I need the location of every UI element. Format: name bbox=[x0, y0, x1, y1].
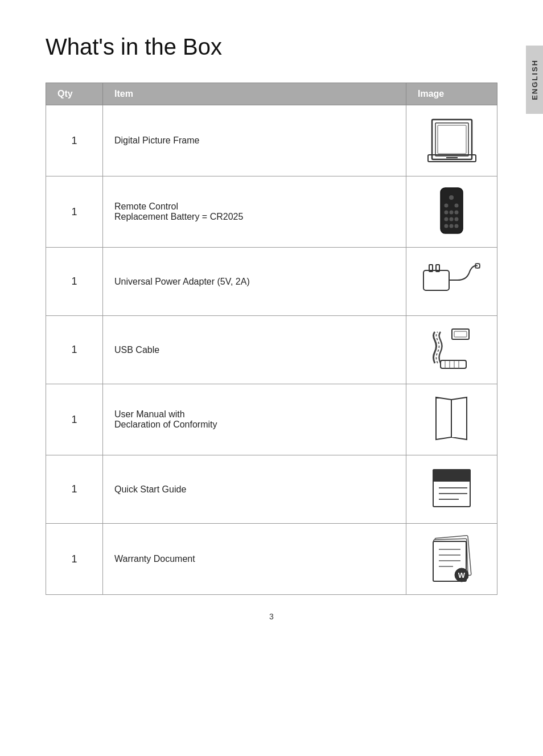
qty-cell: 1 bbox=[46, 455, 103, 524]
table-row: 1User Manual withDeclaration of Conformi… bbox=[46, 384, 497, 455]
qty-cell: 1 bbox=[46, 524, 103, 595]
svg-rect-2 bbox=[438, 125, 466, 154]
item-text: USB Cable bbox=[114, 345, 159, 355]
item-text: Remote Control bbox=[114, 202, 178, 211]
svg-point-9 bbox=[445, 211, 449, 215]
svg-point-7 bbox=[445, 204, 449, 208]
svg-rect-1 bbox=[435, 123, 468, 156]
remote-icon bbox=[436, 228, 467, 238]
svg-point-16 bbox=[450, 224, 454, 228]
image-cell bbox=[406, 176, 497, 248]
item-cell: Remote ControlReplacement Battery = CR20… bbox=[103, 176, 406, 248]
box-table: Qty Item Image 1Digital Picture Frame 1R… bbox=[46, 83, 497, 595]
usb-icon bbox=[423, 364, 480, 373]
qty-cell: 1 bbox=[46, 176, 103, 248]
manual-icon bbox=[430, 436, 473, 446]
header-item: Item bbox=[103, 83, 406, 105]
qty-cell: 1 bbox=[46, 316, 103, 384]
image-cell bbox=[406, 248, 497, 316]
svg-point-12 bbox=[445, 217, 449, 221]
table-row: 1Remote ControlReplacement Battery = CR2… bbox=[46, 176, 497, 248]
header-qty: Qty bbox=[46, 83, 103, 105]
item-cell: Quick Start Guide bbox=[103, 455, 406, 524]
item-text: Replacement Battery = CR2025 bbox=[114, 212, 243, 221]
svg-point-6 bbox=[449, 195, 454, 200]
image-cell bbox=[406, 316, 497, 384]
side-tab: ENGLISH bbox=[526, 46, 543, 114]
header-image: Image bbox=[406, 83, 497, 105]
table-row: 1Warranty Document W bbox=[46, 524, 497, 595]
svg-point-15 bbox=[445, 224, 449, 228]
svg-point-10 bbox=[455, 211, 459, 215]
image-cell: W bbox=[406, 524, 497, 595]
image-cell bbox=[406, 384, 497, 455]
table-row: 1Quick Start Guide bbox=[46, 455, 497, 524]
item-cell: User Manual withDeclaration of Conformit… bbox=[103, 384, 406, 455]
page-container: ENGLISH What's in the Box Qty Item Image… bbox=[0, 0, 543, 655]
adapter-icon bbox=[421, 294, 483, 303]
item-cell: Warranty Document bbox=[103, 524, 406, 595]
svg-point-8 bbox=[455, 204, 459, 208]
svg-text:W: W bbox=[458, 571, 466, 580]
table-row: 1Universal Power Adapter (5V, 2A) bbox=[46, 248, 497, 316]
warranty-icon: W bbox=[427, 576, 476, 585]
item-text: User Manual with bbox=[114, 409, 185, 419]
page-title: What's in the Box bbox=[46, 34, 497, 60]
page-number: 3 bbox=[46, 612, 497, 621]
qty-cell: 1 bbox=[46, 384, 103, 455]
table-row: 1USB Cable bbox=[46, 316, 497, 384]
svg-rect-29 bbox=[454, 331, 467, 337]
svg-point-17 bbox=[455, 224, 459, 228]
item-cell: Universal Power Adapter (5V, 2A) bbox=[103, 248, 406, 316]
image-cell bbox=[406, 105, 497, 176]
item-text: Digital Picture Frame bbox=[114, 135, 199, 145]
svg-rect-32 bbox=[433, 470, 470, 481]
side-tab-label: ENGLISH bbox=[530, 59, 539, 100]
item-text: Warranty Document bbox=[114, 554, 195, 564]
qty-cell: 1 bbox=[46, 105, 103, 176]
svg-point-11 bbox=[450, 211, 454, 215]
quickstart-icon bbox=[427, 504, 476, 514]
qty-cell: 1 bbox=[46, 248, 103, 316]
svg-point-14 bbox=[450, 217, 454, 221]
item-cell: USB Cable bbox=[103, 316, 406, 384]
item-text: Declaration of Conformity bbox=[114, 420, 217, 429]
svg-point-13 bbox=[455, 217, 459, 221]
item-cell: Digital Picture Frame bbox=[103, 105, 406, 176]
frame-icon bbox=[426, 157, 478, 167]
image-cell bbox=[406, 455, 497, 524]
svg-rect-23 bbox=[441, 360, 466, 368]
item-text: Universal Power Adapter (5V, 2A) bbox=[114, 277, 250, 286]
item-text: Quick Start Guide bbox=[114, 484, 186, 494]
table-row: 1Digital Picture Frame bbox=[46, 105, 497, 176]
svg-rect-18 bbox=[423, 270, 449, 290]
